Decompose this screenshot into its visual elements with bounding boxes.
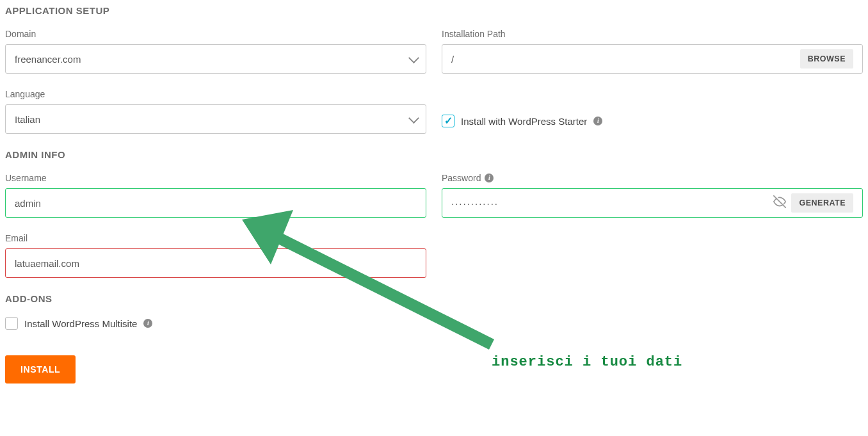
visibility-off-icon[interactable] [773,195,786,211]
username-input[interactable]: admin [5,188,426,218]
email-value: latuaemail.com [15,258,79,269]
info-icon[interactable] [593,117,602,125]
info-icon[interactable] [143,319,152,328]
section-addons: ADD-ONS [5,293,863,304]
label-username: Username [5,173,426,183]
domain-value: freenancer.com [15,54,81,65]
label-language: Language [5,89,426,99]
installation-path-input[interactable]: / BROWSE [442,44,863,74]
annotation-arrow [236,204,504,357]
chevron-down-icon [408,52,419,63]
label-password: Password [442,173,863,183]
section-application-setup: APPLICATION SETUP [5,5,863,16]
language-select[interactable]: Italian [5,104,426,134]
domain-select[interactable]: freenancer.com [5,44,426,74]
wp-starter-checkbox[interactable] [442,115,454,127]
info-icon[interactable] [485,174,494,182]
label-domain: Domain [5,29,426,39]
section-admin-info: ADMIN INFO [5,149,863,160]
generate-button[interactable]: GENERATE [791,193,853,213]
password-input[interactable]: ············ GENERATE [442,188,863,218]
username-value: admin [15,198,41,209]
multisite-checkbox[interactable] [5,317,18,330]
wp-starter-label: Install with WordPress Starter [461,116,587,127]
label-email: Email [5,233,426,243]
language-value: Italian [15,114,40,125]
chevron-down-icon [408,113,419,124]
email-input[interactable]: latuaemail.com [5,248,426,278]
label-installation-path: Installation Path [442,29,863,39]
annotation-text: inserisci i tuoi dati [492,354,682,370]
browse-button[interactable]: BROWSE [800,49,853,69]
password-value: ············ [451,198,499,209]
install-button[interactable]: INSTALL [5,355,76,384]
multisite-label: Install WordPress Multisite [24,318,137,329]
installation-path-value: / [451,54,454,65]
